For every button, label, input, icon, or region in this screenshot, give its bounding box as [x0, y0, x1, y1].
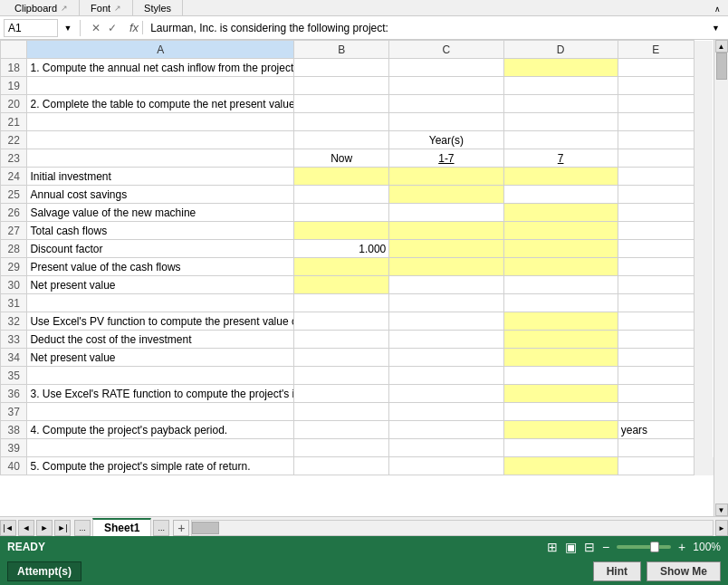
- cell-e27[interactable]: [618, 222, 694, 240]
- cell-d18[interactable]: [503, 59, 618, 77]
- cell-a22[interactable]: [27, 131, 294, 149]
- cell-b33[interactable]: [294, 331, 389, 349]
- cell-c24[interactable]: [389, 168, 503, 186]
- cell-a36[interactable]: 3. Use Excel's RATE function to compute …: [27, 385, 294, 403]
- cell-ref-dropdown-icon[interactable]: ▼: [62, 24, 74, 33]
- cell-e35[interactable]: [618, 367, 694, 385]
- cell-c21[interactable]: [389, 113, 503, 131]
- scroll-right-button[interactable]: ►: [715, 520, 728, 536]
- cell-a35[interactable]: [27, 367, 294, 385]
- cell-e39[interactable]: [618, 439, 694, 457]
- cell-c31[interactable]: [389, 294, 503, 312]
- add-sheet-button[interactable]: +: [173, 520, 189, 536]
- cell-c36[interactable]: [389, 385, 503, 403]
- cell-e34[interactable]: [618, 349, 694, 367]
- cell-c20[interactable]: [389, 95, 503, 113]
- cancel-formula-icon[interactable]: ✕: [90, 22, 102, 34]
- cell-d19[interactable]: [503, 77, 618, 95]
- cell-a34[interactable]: Net present value: [27, 349, 294, 367]
- cell-d21[interactable]: [503, 113, 618, 131]
- cell-e24[interactable]: [618, 168, 694, 186]
- cell-e32[interactable]: [618, 312, 694, 331]
- cell-c32[interactable]: [389, 312, 503, 331]
- cell-b18[interactable]: [294, 59, 389, 77]
- cell-c29[interactable]: [389, 258, 503, 276]
- cell-b35[interactable]: [294, 367, 389, 385]
- cell-c18[interactable]: [389, 59, 503, 77]
- cell-c40[interactable]: [389, 457, 503, 475]
- scroll-thumb-horizontal[interactable]: [192, 522, 219, 534]
- cell-a39[interactable]: [27, 439, 294, 457]
- cell-e31[interactable]: [618, 294, 694, 312]
- cell-a32[interactable]: Use Excel's PV function to compute the p…: [27, 312, 294, 331]
- font-expand-icon[interactable]: ↗: [114, 4, 121, 13]
- cell-e33[interactable]: [618, 331, 694, 349]
- cell-e29[interactable]: [618, 258, 694, 276]
- cell-b31[interactable]: [294, 294, 389, 312]
- cell-b19[interactable]: [294, 77, 389, 95]
- col-e-header[interactable]: E: [618, 41, 694, 59]
- cell-a23[interactable]: [27, 149, 294, 168]
- scroll-thumb-vertical[interactable]: [716, 53, 727, 80]
- cell-c34[interactable]: [389, 349, 503, 367]
- confirm-formula-icon[interactable]: ✓: [106, 22, 119, 34]
- show-me-button[interactable]: Show Me: [647, 561, 721, 581]
- cell-b23[interactable]: Now: [294, 149, 389, 168]
- cell-a38[interactable]: 4. Compute the project's payback period.: [27, 421, 294, 439]
- col-d-header[interactable]: D: [503, 41, 618, 59]
- cell-a29[interactable]: Present value of the cash flows: [27, 258, 294, 276]
- cell-a33[interactable]: Deduct the cost of the investment: [27, 331, 294, 349]
- cell-a30[interactable]: Net present value: [27, 276, 294, 294]
- cell-e40[interactable]: [618, 457, 694, 475]
- hint-button[interactable]: Hint: [593, 561, 641, 581]
- ribbon-collapse-icon[interactable]: ∧: [714, 3, 724, 14]
- cell-e38[interactable]: years: [618, 421, 694, 439]
- cell-d24[interactable]: [503, 168, 618, 186]
- cell-b22[interactable]: [294, 131, 389, 149]
- zoom-slider-thumb[interactable]: [650, 542, 659, 552]
- cell-b28[interactable]: 1.000: [294, 240, 389, 258]
- cell-a18[interactable]: 1. Compute the annual net cash inflow fr…: [27, 59, 294, 77]
- cell-d25[interactable]: [503, 186, 618, 204]
- cell-e23[interactable]: [618, 149, 694, 168]
- formula-input[interactable]: Laurman, Inc. is considering the followi…: [147, 22, 708, 34]
- cell-e37[interactable]: [618, 403, 694, 421]
- cell-b30[interactable]: [294, 276, 389, 294]
- cell-a19[interactable]: [27, 77, 294, 95]
- cell-d28[interactable]: [503, 240, 618, 258]
- cell-c22[interactable]: Year(s): [389, 131, 503, 149]
- tab-nav-first[interactable]: |◄: [0, 520, 16, 536]
- tab-nav-prev[interactable]: ◄: [18, 520, 34, 536]
- zoom-in-button[interactable]: +: [678, 540, 685, 554]
- cell-d30[interactable]: [503, 276, 618, 294]
- cell-d22[interactable]: [503, 131, 618, 149]
- cell-c33[interactable]: [389, 331, 503, 349]
- tab-ellipsis-right[interactable]: ...: [153, 520, 169, 536]
- cell-d39[interactable]: [503, 439, 618, 457]
- cell-c35[interactable]: [389, 367, 503, 385]
- horizontal-scrollbar[interactable]: [191, 520, 714, 536]
- cell-a27[interactable]: Total cash flows: [27, 222, 294, 240]
- cell-b39[interactable]: [294, 439, 389, 457]
- cell-a31[interactable]: [27, 294, 294, 312]
- cell-e20[interactable]: [618, 95, 694, 113]
- tab-nav-last[interactable]: ►|: [54, 520, 71, 536]
- cell-a40[interactable]: 5. Compute the project's simple rate of …: [27, 457, 294, 475]
- cell-c26[interactable]: [389, 204, 503, 222]
- cell-d27[interactable]: [503, 222, 618, 240]
- cell-d40[interactable]: [503, 457, 618, 475]
- cell-d34[interactable]: [503, 349, 618, 367]
- page-break-icon[interactable]: ⊟: [584, 540, 595, 554]
- cell-d32[interactable]: [503, 312, 618, 331]
- cell-d38[interactable]: [503, 421, 618, 439]
- cell-d35[interactable]: [503, 367, 618, 385]
- cell-e18[interactable]: [618, 59, 694, 77]
- cell-c39[interactable]: [389, 439, 503, 457]
- col-a-header[interactable]: A: [27, 41, 294, 59]
- cell-b34[interactable]: [294, 349, 389, 367]
- cell-c38[interactable]: [389, 421, 503, 439]
- cell-a28[interactable]: Discount factor: [27, 240, 294, 258]
- scroll-up-button[interactable]: ▲: [715, 40, 728, 53]
- tab-nav-next[interactable]: ►: [36, 520, 53, 536]
- scroll-down-button[interactable]: ▼: [715, 503, 728, 516]
